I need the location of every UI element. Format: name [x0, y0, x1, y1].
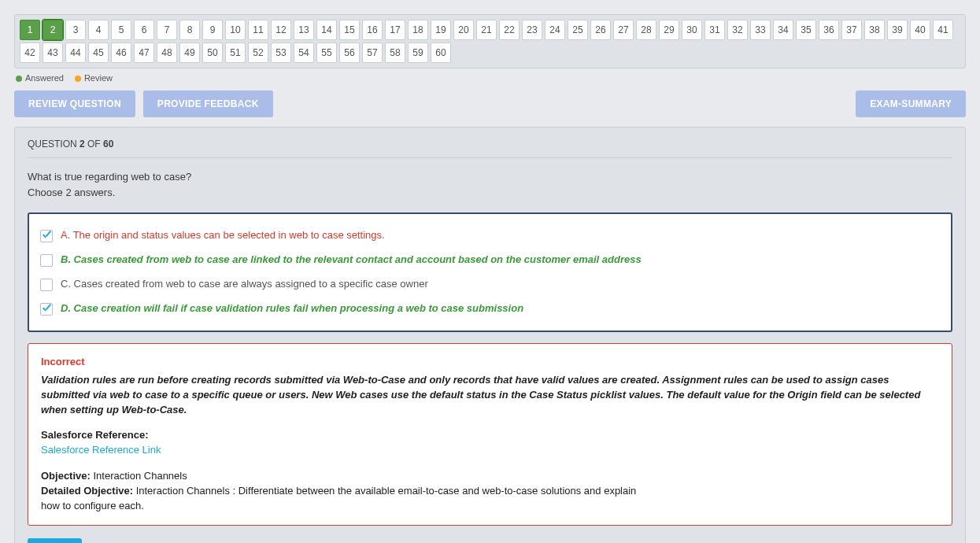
question-nav-8[interactable]: 8: [179, 20, 200, 40]
question-card: QUESTION 2 OF 60 What is true regarding …: [14, 127, 966, 543]
question-nav-7[interactable]: 7: [157, 20, 177, 40]
question-nav-55[interactable]: 55: [316, 42, 337, 63]
question-nav-56[interactable]: 56: [339, 42, 360, 63]
question-nav-39[interactable]: 39: [887, 20, 908, 40]
legend-review: Review: [75, 73, 113, 83]
question-nav-26[interactable]: 26: [590, 20, 611, 40]
question-nav-58[interactable]: 58: [385, 42, 405, 63]
answer-c-label: C. Cases created from web to case are al…: [61, 278, 940, 290]
next-button[interactable]: NEXT: [28, 538, 82, 543]
question-nav-grid: 1234567891011121314151617181920212223242…: [20, 20, 960, 63]
answer-b-label: B. Cases created from web to case are li…: [61, 253, 940, 265]
question-nav-10[interactable]: 10: [225, 20, 246, 40]
objective-value: Interaction Channels: [91, 470, 187, 482]
objective-label: Objective:: [41, 470, 91, 482]
question-nav-40[interactable]: 40: [910, 20, 930, 40]
question-nav-59[interactable]: 59: [408, 42, 428, 63]
checkbox-d[interactable]: [40, 303, 53, 316]
question-nav-21[interactable]: 21: [476, 20, 497, 40]
question-header: QUESTION 2 OF 60: [28, 139, 952, 158]
provide-feedback-button[interactable]: PROVIDE FEEDBACK: [143, 90, 273, 117]
question-nav-24[interactable]: 24: [545, 20, 565, 40]
question-nav-23[interactable]: 23: [522, 20, 542, 40]
question-nav-37[interactable]: 37: [841, 20, 862, 40]
question-nav-48[interactable]: 48: [157, 42, 177, 63]
question-nav-29[interactable]: 29: [659, 20, 679, 40]
question-text-line1: What is true regarding web to case?: [28, 169, 952, 185]
question-nav-50[interactable]: 50: [202, 42, 223, 63]
question-nav-18[interactable]: 18: [408, 20, 428, 40]
checkbox-a[interactable]: [40, 230, 53, 242]
question-nav-13[interactable]: 13: [294, 20, 314, 40]
question-nav-36[interactable]: 36: [819, 20, 839, 40]
question-nav-5[interactable]: 5: [111, 20, 131, 40]
answers-box: A. The origin and status values can be s…: [28, 212, 952, 332]
question-nav-11[interactable]: 11: [248, 20, 268, 40]
question-nav-47[interactable]: 47: [134, 42, 154, 63]
question-nav-25[interactable]: 25: [568, 20, 588, 40]
dot-orange-icon: [75, 76, 81, 82]
question-nav-53[interactable]: 53: [271, 42, 291, 63]
question-header-mid: OF: [85, 139, 103, 150]
question-nav-17[interactable]: 17: [385, 20, 405, 40]
question-number: 2: [80, 139, 85, 150]
question-header-prefix: QUESTION: [28, 139, 80, 150]
question-nav-51[interactable]: 51: [225, 42, 246, 63]
answer-c[interactable]: C. Cases created from web to case are al…: [40, 272, 940, 297]
question-nav-1[interactable]: 1: [20, 20, 40, 40]
question-nav-42[interactable]: 42: [20, 42, 40, 63]
legend-answered-label: Answered: [25, 73, 64, 83]
detailed-objective-line: Detailed Objective: Interaction Channels…: [41, 484, 639, 514]
question-nav-45[interactable]: 45: [88, 42, 109, 63]
question-nav-20[interactable]: 20: [453, 20, 474, 40]
question-nav-27[interactable]: 27: [613, 20, 634, 40]
question-nav-52[interactable]: 52: [248, 42, 268, 63]
question-nav-54[interactable]: 54: [294, 42, 314, 63]
question-nav-12[interactable]: 12: [271, 20, 291, 40]
question-nav-60[interactable]: 60: [431, 42, 451, 63]
question-nav-2[interactable]: 2: [43, 20, 63, 40]
question-nav-32[interactable]: 32: [727, 20, 748, 40]
question-nav-9[interactable]: 9: [202, 20, 223, 40]
question-nav-14[interactable]: 14: [316, 20, 337, 40]
question-nav-15[interactable]: 15: [339, 20, 360, 40]
detailed-objective-label: Detailed Objective:: [41, 485, 133, 497]
legend: Answered Review: [14, 73, 966, 83]
question-nav-38[interactable]: 38: [864, 20, 885, 40]
question-nav-31[interactable]: 31: [704, 20, 725, 40]
question-nav-3[interactable]: 3: [65, 20, 86, 40]
question-nav-33[interactable]: 33: [750, 20, 771, 40]
reference-link[interactable]: Salesforce Reference Link: [41, 443, 939, 458]
question-total: 60: [103, 139, 113, 150]
toolbar-spacer: [281, 90, 849, 117]
question-nav-57[interactable]: 57: [362, 42, 383, 63]
exam-summary-button[interactable]: EXAM-SUMMARY: [856, 90, 966, 117]
question-nav-35[interactable]: 35: [796, 20, 816, 40]
objective-block: Objective: Interaction Channels Detailed…: [41, 469, 939, 514]
review-question-button[interactable]: REVIEW QUESTION: [14, 90, 135, 117]
question-nav-19[interactable]: 19: [431, 20, 451, 40]
question-nav-22[interactable]: 22: [499, 20, 520, 40]
question-nav-46[interactable]: 46: [111, 42, 131, 63]
question-nav-44[interactable]: 44: [65, 42, 86, 63]
legend-review-label: Review: [84, 73, 113, 83]
checkbox-b[interactable]: [40, 254, 53, 267]
reference-title: Salesforce Reference:: [41, 428, 939, 443]
objective-line: Objective: Interaction Channels: [41, 469, 939, 484]
answer-a-label: A. The origin and status values can be s…: [61, 229, 940, 241]
question-nav-6[interactable]: 6: [134, 20, 154, 40]
answer-d[interactable]: D. Case creation will fail if case valid…: [40, 297, 940, 321]
question-nav-34[interactable]: 34: [773, 20, 793, 40]
checkbox-c[interactable]: [40, 279, 53, 291]
question-nav-41[interactable]: 41: [933, 20, 953, 40]
question-nav-43[interactable]: 43: [43, 42, 63, 63]
question-nav-28[interactable]: 28: [636, 20, 656, 40]
question-nav-4[interactable]: 4: [88, 20, 109, 40]
question-nav-49[interactable]: 49: [179, 42, 200, 63]
question-text-line2: Choose 2 answers.: [28, 185, 952, 201]
question-nav-16[interactable]: 16: [362, 20, 383, 40]
answer-b[interactable]: B. Cases created from web to case are li…: [40, 248, 940, 272]
answer-a[interactable]: A. The origin and status values can be s…: [40, 223, 940, 248]
question-navigator: 1234567891011121314151617181920212223242…: [14, 14, 966, 68]
question-nav-30[interactable]: 30: [682, 20, 702, 40]
